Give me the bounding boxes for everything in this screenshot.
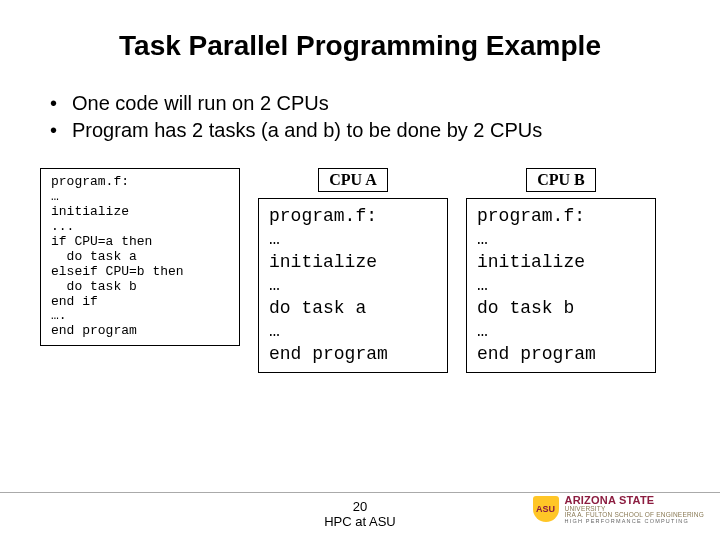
- cpu-a-column: CPU A program.f: … initialize … do task …: [258, 168, 448, 373]
- cpu-a-label: CPU A: [318, 168, 388, 192]
- asu-name: ARIZONA STATE: [565, 495, 704, 506]
- asu-logo-text: ARIZONA STATE UNIVERSITY IRA A. FULTON S…: [565, 495, 704, 525]
- cpu-b-code: program.f: … initialize … do task b … en…: [466, 198, 656, 373]
- asu-logo: ASU ARIZONA STATE UNIVERSITY IRA A. FULT…: [533, 495, 704, 525]
- slide: Task Parallel Programming Example One co…: [0, 0, 720, 540]
- asu-shield-icon: ASU: [533, 496, 559, 522]
- slide-title: Task Parallel Programming Example: [40, 30, 680, 62]
- cpu-b-label: CPU B: [526, 168, 596, 192]
- cpu-b-column: CPU B program.f: … initialize … do task …: [466, 168, 656, 373]
- asu-hpc: HIGH PERFORMANCE COMPUTING: [565, 519, 704, 525]
- footer: 20 HPC at ASU ASU ARIZONA STATE UNIVERSI…: [0, 492, 720, 530]
- cpu-a-code: program.f: … initialize … do task a … en…: [258, 198, 448, 373]
- bullet-list: One code will run on 2 CPUs Program has …: [50, 90, 680, 144]
- bullet-item: One code will run on 2 CPUs: [50, 90, 680, 117]
- bullet-item: Program has 2 tasks (a and b) to be done…: [50, 117, 680, 144]
- source-code-box: program.f: … initialize ... if CPU=a the…: [40, 168, 240, 346]
- code-row: program.f: … initialize ... if CPU=a the…: [40, 168, 680, 373]
